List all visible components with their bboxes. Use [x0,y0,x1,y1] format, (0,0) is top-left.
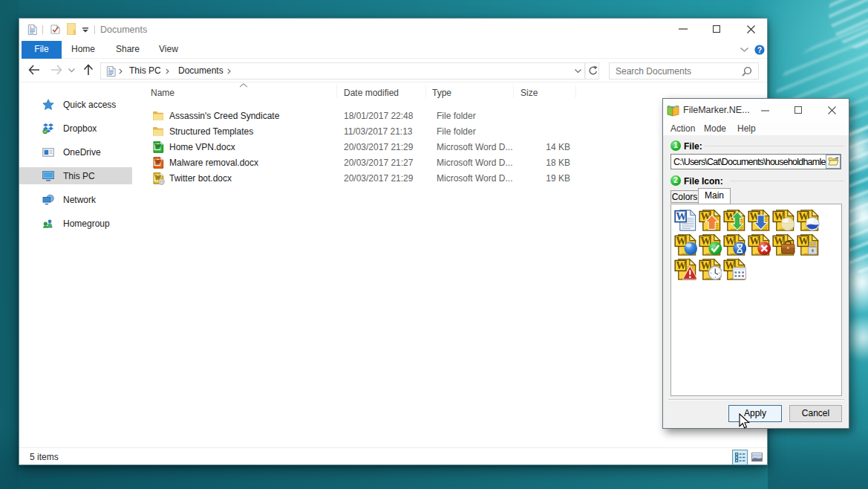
svg-text:?: ? [757,46,762,54]
